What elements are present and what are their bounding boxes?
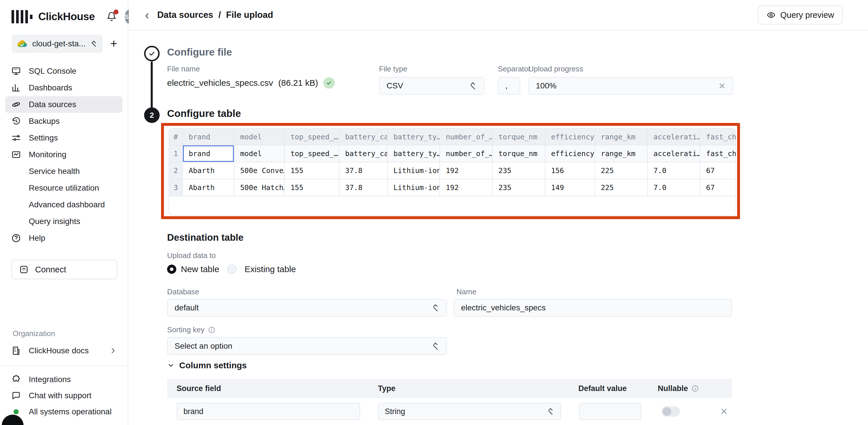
- sidebar-item-sql-console[interactable]: SQL Console: [5, 63, 123, 80]
- info-icon: [208, 326, 215, 334]
- settings-sliders-icon: [11, 133, 21, 143]
- sidebar-item-data-sources[interactable]: Data sources: [5, 96, 123, 113]
- sidebar-item-resource-utilization[interactable]: Resource utilization: [5, 180, 123, 196]
- cell[interactable]: 500e Conve…: [235, 162, 285, 179]
- file-name-value: electric_vehicles_specs.csv: [167, 78, 273, 88]
- sidebar-item-integrations[interactable]: Integrations: [5, 371, 123, 388]
- back-chevron-icon[interactable]: ‹: [145, 9, 149, 21]
- cell[interactable]: Lithium-ion: [388, 179, 440, 196]
- cell[interactable]: fast_cha: [700, 145, 736, 162]
- remove-column-icon[interactable]: ✕: [720, 406, 728, 417]
- cell[interactable]: 225: [595, 179, 648, 196]
- selected-cell[interactable]: brand: [183, 145, 235, 162]
- data-sources-icon: [11, 100, 21, 109]
- sidebar-item-system-status[interactable]: All systems operational: [5, 404, 123, 420]
- cell[interactable]: battery_ca…: [339, 145, 388, 162]
- info-icon: [691, 385, 699, 392]
- separator-input[interactable]: ,: [498, 77, 520, 95]
- sidebar-item-advanced-dashboard[interactable]: Advanced dashboard: [5, 196, 123, 213]
- sidebar-item-clickhouse-docs[interactable]: ClickHouse docs: [5, 343, 123, 359]
- table-header-row: # brand model top_speed_… battery_ca… ba…: [169, 129, 736, 145]
- page-header: ‹ Data sources / File upload Query previ…: [129, 0, 868, 30]
- database-select[interactable]: default: [167, 299, 447, 317]
- existing-table-radio[interactable]: [227, 265, 237, 274]
- cell[interactable]: model: [235, 145, 285, 162]
- cell[interactable]: Abarth: [183, 162, 235, 179]
- sidebar-item-label: ClickHouse docs: [29, 346, 89, 355]
- notifications-bell-icon[interactable]: [106, 11, 117, 22]
- cell[interactable]: 500e Hatch…: [235, 179, 285, 196]
- cell[interactable]: 156: [545, 162, 595, 179]
- cell[interactable]: range_km: [595, 145, 648, 162]
- nullable-toggle[interactable]: [661, 406, 680, 417]
- type-header: Type: [378, 384, 578, 393]
- cell[interactable]: Abarth: [183, 179, 235, 196]
- cell[interactable]: 235: [493, 179, 545, 196]
- existing-table-radio-label[interactable]: Existing table: [245, 264, 296, 274]
- type-select[interactable]: String: [378, 403, 561, 420]
- breadcrumb-data-sources[interactable]: Data sources: [157, 10, 213, 20]
- cell[interactable]: 67: [700, 162, 736, 179]
- chevron-updown-icon: [469, 81, 477, 91]
- stepper-connector: [151, 62, 153, 108]
- table-row: 3 Abarth 500e Hatch… 155 37.8 Lithium-io…: [169, 179, 736, 196]
- sidebar-item-monitoring[interactable]: Monitoring: [5, 146, 123, 163]
- sidebar-item-query-insights[interactable]: Query insights: [5, 213, 123, 230]
- cancel-upload-icon[interactable]: ✕: [718, 81, 725, 91]
- row-number: 2: [169, 162, 183, 179]
- cell[interactable]: 67: [700, 179, 736, 196]
- sidebar-item-chat-support[interactable]: Chat with support: [5, 388, 123, 404]
- default-value-input[interactable]: [579, 403, 641, 420]
- cell[interactable]: 7.0: [648, 179, 700, 196]
- cell[interactable]: Lithium-ion: [388, 162, 440, 179]
- docs-building-icon: [11, 346, 21, 356]
- sidebar-item-backups[interactable]: Backups: [5, 113, 123, 130]
- new-table-radio-label[interactable]: New table: [181, 264, 219, 274]
- cell[interactable]: 37.8: [339, 162, 388, 179]
- cell[interactable]: 192: [440, 162, 493, 179]
- sidebar-item-label: Help: [29, 233, 45, 243]
- cell[interactable]: top_speed_…: [285, 145, 339, 162]
- sidebar-item-label: Advanced dashboard: [29, 200, 105, 209]
- sidebar-item-label: Resource utilization: [29, 183, 99, 193]
- sidebar-item-service-health[interactable]: Service health: [5, 163, 123, 180]
- sidebar-item-label: Dashboards: [29, 83, 72, 92]
- cell[interactable]: battery_ty…: [388, 145, 440, 162]
- sidebar-item-label: Query insights: [29, 217, 80, 226]
- cell[interactable]: number_of_…: [440, 145, 493, 162]
- file-type-select[interactable]: CSV: [379, 77, 484, 95]
- column-settings-toggle[interactable]: Column settings: [167, 361, 247, 370]
- column-settings-title: Column settings: [179, 361, 247, 370]
- cell[interactable]: 155: [285, 162, 339, 179]
- cell[interactable]: 155: [285, 179, 339, 196]
- new-table-radio[interactable]: [167, 265, 176, 274]
- connect-icon: [19, 265, 29, 275]
- cell[interactable]: efficiency…: [545, 145, 595, 162]
- sidebar-item-label: Settings: [29, 133, 58, 143]
- add-service-button[interactable]: +: [108, 38, 119, 50]
- connect-button[interactable]: Connect: [11, 260, 117, 279]
- cell[interactable]: 7.0: [648, 162, 700, 179]
- source-field-input[interactable]: brand: [177, 403, 360, 420]
- cell[interactable]: 149: [545, 179, 595, 196]
- sidebar-item-settings[interactable]: Settings: [5, 130, 123, 146]
- cell[interactable]: 225: [595, 162, 648, 179]
- cell[interactable]: torque_nm: [493, 145, 545, 162]
- table-name-input[interactable]: electric_vehicles_specs: [454, 299, 732, 317]
- help-icon: [11, 233, 21, 243]
- sidebar-item-help[interactable]: Help: [5, 230, 123, 247]
- organization-label: Organization: [13, 329, 128, 338]
- cell[interactable]: accelerati…: [648, 145, 700, 162]
- sorting-key-select[interactable]: Select an option: [167, 337, 447, 355]
- service-selector[interactable]: cloud-get-sta...: [11, 34, 103, 53]
- breadcrumb-file-upload: File upload: [226, 10, 273, 20]
- cell[interactable]: 192: [440, 179, 493, 196]
- column-header: model: [235, 129, 285, 145]
- cell[interactable]: 37.8: [339, 179, 388, 196]
- query-preview-button[interactable]: Query preview: [758, 5, 843, 25]
- file-type-value: CSV: [386, 81, 469, 90]
- file-name-label: File name: [167, 64, 200, 74]
- sidebar-item-dashboards[interactable]: Dashboards: [5, 80, 123, 96]
- cell[interactable]: 235: [493, 162, 545, 179]
- chevron-right-icon: [109, 347, 117, 355]
